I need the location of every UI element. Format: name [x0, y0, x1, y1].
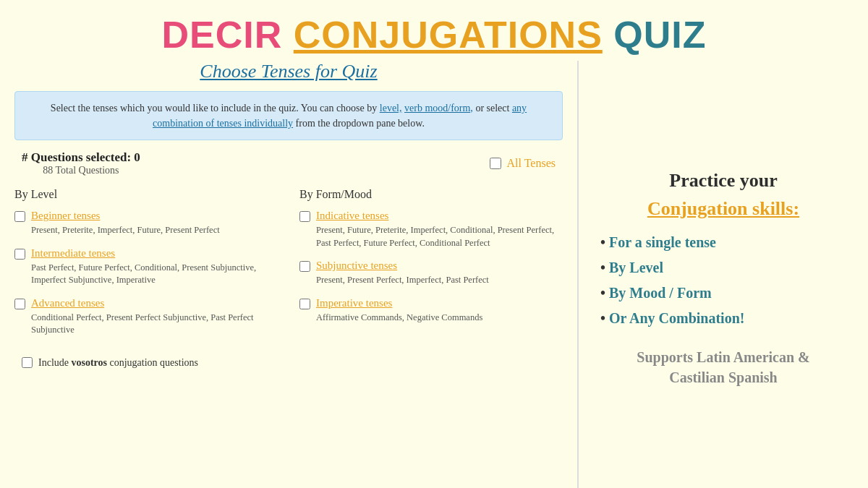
imperative-desc: Affirmative Commands, Negative Commands: [299, 312, 563, 325]
intermediate-tenses-item: Intermediate tenses Past Perfect, Future…: [14, 247, 278, 287]
indicative-label[interactable]: Indicative tenses: [299, 210, 563, 222]
info-box: Select the tenses which you would like t…: [14, 91, 563, 140]
total-questions: 88 Total Questions: [22, 165, 140, 176]
bullet-any-combo: Or Any Combination!: [593, 310, 854, 327]
subjunctive-label[interactable]: Subjunctive tenses: [299, 260, 563, 272]
header-quiz: QUIZ: [613, 14, 706, 56]
beginner-label[interactable]: Beginner tenses: [14, 210, 278, 222]
indicative-name: Indicative tenses: [316, 210, 388, 222]
right-panel: Practice your Conjugation skills: For a …: [579, 61, 854, 488]
advanced-desc: Conditional Perfect, Present Perfect Sub…: [14, 312, 278, 337]
vosotros-row: Include vosotros conjugation questions: [14, 357, 563, 369]
right-bullets: For a single tense By Level By Mood / Fo…: [593, 234, 854, 335]
vosotros-text: Include vosotros conjugation questions: [38, 357, 198, 369]
header-decir: DECIR: [162, 14, 283, 56]
beginner-tenses-item: Beginner tenses Present, Preterite, Impe…: [14, 210, 278, 237]
right-intro: Practice your: [593, 168, 854, 193]
imperative-tenses-item: Imperative tenses Affirmative Commands, …: [299, 297, 563, 325]
intermediate-name: Intermediate tenses: [31, 247, 115, 260]
advanced-checkbox[interactable]: [14, 299, 25, 309]
intermediate-desc: Past Perfect, Future Perfect, Conditiona…: [14, 262, 278, 287]
section-title: Choose Tenses for Quiz: [14, 61, 563, 82]
info-link-level[interactable]: level,: [380, 103, 402, 114]
subjunctive-checkbox[interactable]: [299, 261, 310, 272]
by-form-header: By Form/Mood: [299, 188, 563, 201]
intermediate-checkbox[interactable]: [14, 249, 25, 260]
imperative-checkbox[interactable]: [299, 299, 310, 309]
all-tenses-label[interactable]: All Tenses: [490, 157, 556, 170]
beginner-checkbox[interactable]: [14, 211, 25, 222]
page-header: DECIR CONJUGATIONS QUIZ: [0, 0, 868, 61]
header-conjugations: CONJUGATIONS: [294, 14, 603, 56]
vosotros-bold: vosotros: [71, 357, 107, 368]
all-tenses-text: All Tenses: [507, 157, 556, 170]
all-tenses-checkbox[interactable]: [490, 158, 501, 169]
info-link-mood[interactable]: verb mood/form,: [404, 103, 473, 114]
questions-bar: # Questions selected: 0 88 Total Questio…: [14, 150, 563, 176]
right-supports: Supports Latin American &Castilian Spani…: [593, 347, 854, 388]
bullet-by-level: By Level: [593, 260, 854, 276]
advanced-tenses-item: Advanced tenses Conditional Perfect, Pre…: [14, 297, 278, 337]
right-subtitle: Conjugation skills:: [593, 198, 854, 220]
indicative-desc: Present, Future, Preterite, Imperfect, C…: [299, 224, 563, 249]
imperative-name: Imperative tenses: [316, 297, 392, 309]
indicative-checkbox[interactable]: [299, 211, 310, 222]
advanced-label[interactable]: Advanced tenses: [14, 297, 278, 309]
imperative-label[interactable]: Imperative tenses: [299, 297, 563, 309]
bullet-single-tense: For a single tense: [593, 234, 854, 251]
subjunctive-desc: Present, Present Perfect, Imperfect, Pas…: [299, 274, 563, 287]
by-level-column: By Level Beginner tenses Present, Preter…: [14, 188, 278, 347]
questions-selected: # Questions selected: 0: [22, 150, 140, 165]
by-form-column: By Form/Mood Indicative tenses Present, …: [299, 188, 563, 347]
subjunctive-tenses-item: Subjunctive tenses Present, Present Perf…: [299, 260, 563, 287]
questions-count-block: # Questions selected: 0 88 Total Questio…: [22, 150, 140, 176]
advanced-name: Advanced tenses: [31, 297, 104, 309]
by-level-header: By Level: [14, 188, 278, 201]
intermediate-label[interactable]: Intermediate tenses: [14, 247, 278, 260]
bullet-by-mood: By Mood / Form: [593, 285, 854, 301]
indicative-tenses-item: Indicative tenses Present, Future, Prete…: [299, 210, 563, 249]
vosotros-checkbox[interactable]: [22, 357, 33, 368]
tenses-grid: By Level Beginner tenses Present, Preter…: [14, 188, 563, 347]
beginner-desc: Present, Preterite, Imperfect, Future, P…: [14, 224, 278, 237]
beginner-name: Beginner tenses: [31, 210, 100, 222]
subjunctive-name: Subjunctive tenses: [316, 260, 397, 272]
left-panel: Choose Tenses for Quiz Select the tenses…: [14, 61, 577, 488]
